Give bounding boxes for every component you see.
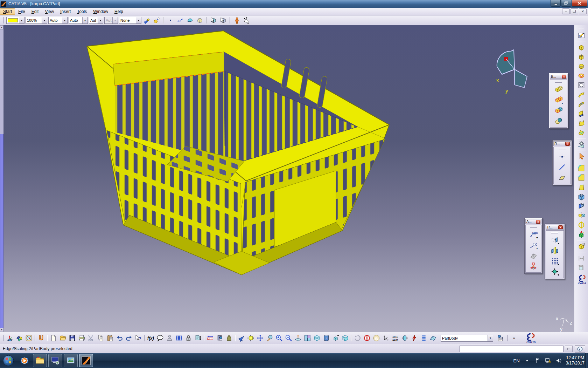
groove-icon[interactable] [576,71,587,80]
translate-icon[interactable]: ▼ [550,235,560,245]
text-leader-icon[interactable]: ABC▼ [528,229,539,240]
palette-grip[interactable] [551,232,558,233]
mdi-close-button[interactable]: ✕ [579,8,587,14]
taskbar-explorer[interactable] [33,354,47,367]
show-desktop-button[interactable] [585,353,588,368]
basket-3d-model[interactable]: x y x z y [4,25,574,332]
print-icon[interactable] [77,333,86,343]
manikin-icon[interactable] [232,16,241,25]
mdi-minimize-button[interactable]: – [562,8,570,14]
palette-grip[interactable] [530,227,537,228]
rib-icon[interactable] [576,90,587,99]
toolbar-grip[interactable] [3,17,4,23]
palette-grip[interactable] [555,82,562,83]
dialog-dock-button[interactable] [565,346,573,352]
swap-visible-icon[interactable] [341,333,350,343]
open-icon[interactable] [58,333,68,343]
command-input[interactable] [460,346,564,352]
view-arrow-icon[interactable] [528,250,539,261]
annotations-toolbar[interactable]: A...xABC▼▼ [524,218,542,274]
undo-icon[interactable] [115,333,124,343]
loft-icon[interactable] [576,118,587,128]
chevron-down-icon[interactable]: ▼ [488,335,493,341]
info-circle-icon[interactable] [362,333,372,343]
hand-sphere-icon[interactable] [372,333,381,343]
restore-button[interactable] [561,0,571,7]
chamfer-icon[interactable] [576,173,587,182]
toolbar-grip[interactable] [579,28,584,29]
fly-icon[interactable] [237,333,246,343]
insert-body-icon[interactable] [576,241,587,251]
spline-icon[interactable] [176,16,184,25]
axono-view-icon[interactable] [5,333,15,343]
info-button[interactable]: i [575,345,585,353]
toolbar-grip[interactable] [507,335,508,341]
plane-icon[interactable] [557,172,567,183]
reference-toolbar[interactable]: R...x [552,140,572,185]
apply-material-icon[interactable] [209,16,218,25]
pan-icon[interactable] [255,333,265,343]
toolbar-overflow[interactable]: » [513,336,515,341]
datum-icon[interactable] [528,261,539,271]
iso-cube-icon[interactable] [312,333,322,343]
zoom-in-icon[interactable] [274,333,284,343]
multi-view-icon[interactable] [303,333,312,343]
apply-material-alt-icon[interactable] [219,16,227,25]
transformations-toolbar[interactable]: Tr...x▼▼▼ [545,224,565,279]
rect-pattern-icon[interactable]: ▼ [550,256,560,266]
line-weight-combo[interactable]: Auto▼ [48,17,68,24]
paste-icon[interactable] [105,333,115,343]
exchange-icon[interactable] [400,333,410,343]
more-options-arrow[interactable]: ▼ [557,274,560,276]
knowledge-icon[interactable] [193,333,203,343]
snap-grid-icon[interactable]: 10,110,0 [391,333,400,343]
fillet-icon[interactable] [576,163,587,173]
caliper-icon[interactable] [215,333,224,343]
layer-combo[interactable]: None▼ [119,17,141,24]
table-icon[interactable] [174,333,184,343]
more-options-arrow[interactable]: ▼ [536,237,538,239]
chevron-down-icon[interactable]: ▼ [62,17,67,23]
volume-icon[interactable] [555,357,562,364]
rotate-icon[interactable] [265,333,274,343]
weight-icon[interactable] [224,333,234,343]
wizard-icon[interactable] [152,16,161,25]
close-button[interactable] [572,0,587,7]
shaft-icon[interactable] [576,61,587,71]
palette-title-bar[interactable]: Tr...x [546,225,564,230]
surface-icon[interactable] [186,16,194,25]
catalog-sphere-icon[interactable] [496,333,505,343]
cut-icon[interactable] [86,333,96,343]
boolean-add-icon[interactable]: ▼ [553,95,564,105]
person-icon[interactable] [165,333,174,343]
more-options-arrow[interactable]: ▼ [557,242,560,245]
shell-icon[interactable] [576,192,587,201]
slot-icon[interactable] [576,99,587,109]
palette-title-bar[interactable]: A...x [525,219,541,224]
help-icon[interactable]: ? [134,333,143,343]
point-dot-icon[interactable] [166,16,175,25]
lightning-icon[interactable] [410,333,419,343]
palette-grip[interactable] [559,149,566,150]
menu-edit[interactable]: Edit [28,8,42,15]
constraint-dim-icon[interactable] [576,263,587,272]
palette-title-bar[interactable]: R...x [553,141,571,146]
list-icon[interactable] [419,333,428,343]
scrollbar-thumb[interactable] [0,134,4,328]
chevron-down-icon[interactable]: ▼ [112,17,118,23]
chevron-down-icon[interactable]: ▼ [98,17,103,23]
shade-cylinder-icon[interactable]: i [322,333,331,343]
vertical-scrollbar[interactable]: ▲ ▼ [0,25,4,332]
3d-viewport[interactable]: x y x z y B...x▼R...xA...xABC▼▼Tr...x▼▼▼ [4,25,574,332]
new-icon[interactable] [49,333,58,343]
chevron-down-icon[interactable]: ▼ [19,17,24,23]
chat-icon[interactable] [155,333,165,343]
palette-title-bar[interactable]: B...x [550,74,567,79]
select-icon[interactable] [576,151,587,161]
taskbar-media-player[interactable] [18,354,31,367]
graphic-color-combo[interactable]: ▼ [6,17,24,24]
menu-file[interactable]: File [15,8,28,15]
menu-help[interactable]: Help [111,8,126,15]
active-body-combo[interactable]: PartBody ▼ [441,335,493,342]
chevron-down-icon[interactable]: ▼ [82,17,88,23]
